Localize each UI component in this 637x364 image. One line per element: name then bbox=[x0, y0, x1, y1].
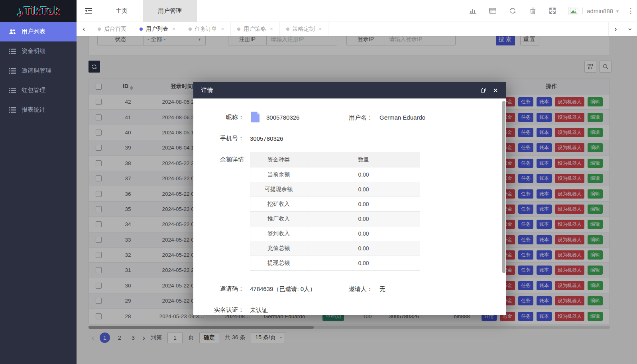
chart-icon[interactable] bbox=[463, 0, 483, 22]
balance-row: 推广收入0.00 bbox=[250, 212, 420, 226]
close-icon[interactable]: × bbox=[319, 26, 322, 32]
fullscreen-icon[interactable] bbox=[543, 0, 562, 22]
balance-row: 挖矿收入0.00 bbox=[250, 197, 420, 212]
sidebar-item-label: 报表统计 bbox=[22, 106, 45, 114]
balance-row: 签到收入0.00 bbox=[250, 226, 420, 241]
tab-label: 用户列表 bbox=[146, 26, 168, 33]
tab-status-dot bbox=[140, 28, 143, 31]
balance-table: 资金种类 数量 当前余额0.00可提现余额0.00挖矿收入0.00推广收入0.0… bbox=[250, 152, 420, 271]
refresh-icon[interactable] bbox=[503, 0, 523, 22]
realname-value: 未认证 bbox=[250, 307, 268, 314]
sidebar-item-label: 资金明细 bbox=[22, 47, 45, 55]
topnav-user-management[interactable]: 用户管理 bbox=[143, 0, 197, 22]
chevron-down-icon: ▼ bbox=[615, 9, 619, 14]
tab-item[interactable]: 后台首页 bbox=[91, 22, 133, 36]
list-icon bbox=[9, 88, 16, 93]
balance-row: 当前余额0.00 bbox=[250, 167, 420, 182]
tab-status-dot bbox=[98, 28, 101, 31]
tab-status-dot bbox=[237, 28, 240, 31]
username-menu[interactable]: admin888 bbox=[587, 8, 613, 14]
tab-list: 后台首页 用户列表 × 任务订单 × 用户策略 × 策略定制 × bbox=[91, 22, 328, 36]
more-menu-icon[interactable]: ⋮ bbox=[627, 7, 635, 15]
nickname-value: 3005780326 bbox=[266, 114, 299, 121]
tab-item[interactable]: 用户策略 × bbox=[231, 22, 280, 36]
inviter-value: 无 bbox=[379, 285, 385, 293]
close-icon[interactable]: × bbox=[221, 26, 224, 32]
tiktok-note-icon: ♪ bbox=[16, 4, 23, 18]
tabbar: ‹ 后台首页 用户列表 × 任务订单 × 用户策略 × 策略定制 × › › bbox=[77, 22, 637, 36]
realname-label: 实名认证： bbox=[193, 306, 244, 314]
divider bbox=[582, 8, 583, 14]
tab-status-dot bbox=[189, 28, 192, 31]
close-icon[interactable]: × bbox=[270, 26, 273, 32]
collapse-menu-icon bbox=[85, 8, 92, 14]
tab-label: 策略定制 bbox=[293, 26, 315, 33]
tab-label: 任务订单 bbox=[195, 26, 217, 33]
balance-detail-label: 余额详情 bbox=[193, 156, 244, 163]
broken-image-icon bbox=[570, 8, 577, 14]
list-icon bbox=[9, 68, 16, 74]
file-icon bbox=[251, 112, 260, 124]
app-window: ♪ TikTok 用户列表 资金明细 邀请码管理 红包管理 报表统计 bbox=[0, 0, 637, 364]
minimize-icon[interactable]: – bbox=[469, 87, 474, 93]
tab-item[interactable]: 任务订单 × bbox=[182, 22, 231, 36]
sidebar-item-label: 邀请码管理 bbox=[22, 67, 51, 75]
topbar: 主页 用户管理 admin888 ▼ ⋮ bbox=[77, 0, 637, 22]
balance-row: 充值总额0.00 bbox=[250, 241, 420, 256]
nickname-label: 昵称： bbox=[193, 114, 244, 121]
modal-body: 昵称： 3005780326 用户名： German Eduardo 手机号： … bbox=[193, 98, 506, 315]
tab-label: 后台首页 bbox=[104, 26, 126, 33]
sidebar-item-invite-code[interactable]: 邀请码管理 bbox=[0, 61, 77, 81]
tab-item[interactable]: 策略定制 × bbox=[280, 22, 329, 36]
tiktok-logo: ♪ TikTok bbox=[0, 0, 77, 22]
sidebar-collapse-button[interactable] bbox=[77, 0, 100, 22]
users-icon bbox=[9, 29, 16, 35]
sidebar: ♪ TikTok 用户列表 资金明细 邀请码管理 红包管理 报表统计 bbox=[0, 0, 77, 364]
balance-col-amount: 数量 bbox=[307, 152, 420, 167]
inviter-label: 邀请人： bbox=[329, 285, 373, 293]
close-icon[interactable]: ✕ bbox=[493, 87, 498, 93]
modal-header[interactable]: 详情 – ✕ bbox=[193, 82, 506, 98]
sidebar-item-redpacket[interactable]: 红包管理 bbox=[0, 81, 77, 100]
balance-row: 提现总额0.00 bbox=[250, 256, 420, 271]
topnav-home[interactable]: 主页 bbox=[100, 0, 143, 22]
modal-title: 详情 bbox=[201, 87, 213, 94]
phone-value: 3005780326 bbox=[250, 135, 283, 142]
list-icon bbox=[9, 107, 16, 113]
invite-code-label: 邀请码： bbox=[193, 285, 244, 293]
sidebar-item-user-list[interactable]: 用户列表 bbox=[0, 22, 77, 41]
phone-label: 手机号： bbox=[193, 135, 244, 142]
modal-scrollbar-thumb[interactable] bbox=[502, 101, 505, 273]
close-icon[interactable]: × bbox=[172, 26, 175, 32]
restore-icon[interactable] bbox=[481, 87, 486, 93]
tabs-menu-button[interactable]: › bbox=[623, 22, 637, 36]
sidebar-item-label: 用户列表 bbox=[22, 28, 45, 35]
sidebar-item-label: 红包管理 bbox=[22, 87, 45, 94]
balance-row: 可提现余额0.00 bbox=[250, 182, 420, 197]
modal-window-controls: – ✕ bbox=[469, 87, 498, 93]
list-icon bbox=[9, 49, 16, 54]
tabs-scroll-right-button[interactable]: › bbox=[608, 22, 623, 36]
logo-text: TikTok bbox=[24, 5, 60, 17]
tab-item[interactable]: 用户列表 × bbox=[133, 22, 182, 36]
tabs-scroll-left-button[interactable]: ‹ bbox=[77, 22, 91, 36]
tab-status-dot bbox=[286, 28, 289, 31]
username-value: German Eduardo bbox=[379, 114, 425, 121]
trash-icon[interactable] bbox=[523, 0, 543, 22]
balance-col-type: 资金种类 bbox=[250, 152, 307, 167]
tabbar-right-controls: › › bbox=[608, 22, 637, 36]
topbar-right: admin888 ▼ ⋮ bbox=[463, 0, 637, 22]
sidebar-item-report[interactable]: 报表统计 bbox=[0, 100, 77, 120]
sidebar-item-fund-detail[interactable]: 资金明细 bbox=[0, 41, 77, 61]
sidebar-menu: 用户列表 资金明细 邀请码管理 红包管理 报表统计 bbox=[0, 22, 77, 120]
username-label: 用户名： bbox=[329, 114, 373, 122]
invite-code-value: 4784639（已邀请: 0人） bbox=[250, 285, 316, 293]
detail-modal: 详情 – ✕ 昵称： 3005780326 用户名： German Eduard… bbox=[193, 82, 506, 315]
avatar[interactable] bbox=[568, 7, 579, 15]
card-icon[interactable] bbox=[483, 0, 503, 22]
tab-label: 用户策略 bbox=[244, 26, 266, 33]
